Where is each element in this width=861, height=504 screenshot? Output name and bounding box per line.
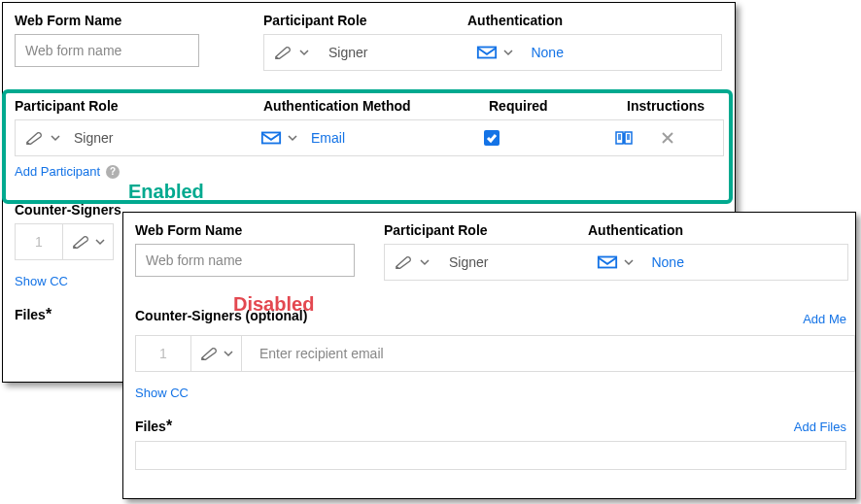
participant-row: Signer None xyxy=(384,244,848,281)
envelope-icon xyxy=(260,130,282,146)
role-selector[interactable] xyxy=(385,254,439,270)
envelope-icon xyxy=(476,45,498,60)
pen-icon xyxy=(72,234,93,250)
participants-header-row: Participant Role Authentication Method R… xyxy=(15,98,723,114)
add-participant-link[interactable]: Add Participant xyxy=(15,164,100,179)
chevron-down-icon xyxy=(299,48,309,57)
enabled-tag: Enabled xyxy=(128,181,204,203)
col-instructions: Instructions xyxy=(627,98,705,114)
add-me-link[interactable]: Add Me xyxy=(803,312,846,326)
files-asterisk: * xyxy=(166,418,172,434)
recipient-email-input[interactable]: Enter recipient email xyxy=(242,335,855,372)
svg-rect-1 xyxy=(262,133,280,144)
files-label: Files xyxy=(135,419,166,434)
web-form-name-label: Web Form Name xyxy=(15,13,263,28)
web-form-name-input[interactable]: Web form name xyxy=(15,34,199,67)
auth-value[interactable]: None xyxy=(634,254,683,270)
panel-disabled: Web Form Name Web form name Participant … xyxy=(122,212,856,499)
auth-selector[interactable] xyxy=(476,45,513,60)
col-role: Participant Role xyxy=(15,98,263,114)
disabled-tag: Disabled xyxy=(233,293,314,316)
chevron-down-icon xyxy=(420,257,430,267)
role-value: Signer xyxy=(439,254,488,270)
pen-icon xyxy=(200,346,222,361)
envelope-icon xyxy=(597,254,618,270)
auth-method-selector[interactable] xyxy=(260,130,297,146)
role-value: Signer xyxy=(319,45,367,60)
participant-row: Signer None xyxy=(263,34,722,71)
counter-role-selector[interactable] xyxy=(63,223,114,260)
show-cc-link[interactable]: Show CC xyxy=(135,386,855,400)
chevron-down-icon xyxy=(224,349,233,358)
web-form-name-label: Web Form Name xyxy=(135,222,384,238)
add-files-link[interactable]: Add Files xyxy=(794,420,846,434)
role-selector[interactable] xyxy=(16,130,70,146)
pen-icon xyxy=(395,254,416,270)
chevron-down-icon xyxy=(51,133,60,143)
files-dropzone[interactable] xyxy=(135,441,846,470)
chevron-down-icon xyxy=(503,48,513,57)
pen-icon xyxy=(274,45,295,60)
remove-icon[interactable] xyxy=(661,131,674,145)
participant-role-label: Participant Role xyxy=(384,222,588,238)
web-form-name-input[interactable]: Web form name xyxy=(135,244,355,277)
auth-method-value: Email xyxy=(297,130,484,146)
required-checkbox[interactable] xyxy=(484,130,499,146)
instructions-icon[interactable] xyxy=(614,130,634,146)
help-icon[interactable]: ? xyxy=(106,165,120,179)
col-required: Required xyxy=(489,98,627,114)
authentication-label: Authentication xyxy=(467,13,563,28)
pen-icon xyxy=(25,130,47,146)
chevron-down-icon xyxy=(95,237,105,247)
participant-detail-row: Signer Email xyxy=(15,119,724,156)
counter-role-selector[interactable] xyxy=(191,335,242,372)
chevron-down-icon xyxy=(288,133,297,143)
auth-value[interactable]: None xyxy=(513,45,563,60)
order-number: 1 xyxy=(15,223,63,260)
files-label: Files xyxy=(15,307,46,322)
files-asterisk: * xyxy=(46,306,52,322)
participant-role-label: Participant Role xyxy=(263,13,467,28)
col-method: Authentication Method xyxy=(263,98,489,114)
chevron-down-icon xyxy=(624,257,634,267)
auth-selector[interactable] xyxy=(597,254,634,270)
role-value: Signer xyxy=(70,130,260,146)
svg-rect-0 xyxy=(478,48,496,58)
authentication-label: Authentication xyxy=(588,222,683,238)
role-selector[interactable] xyxy=(264,45,319,60)
order-number: 1 xyxy=(135,335,191,372)
svg-rect-2 xyxy=(599,257,616,268)
